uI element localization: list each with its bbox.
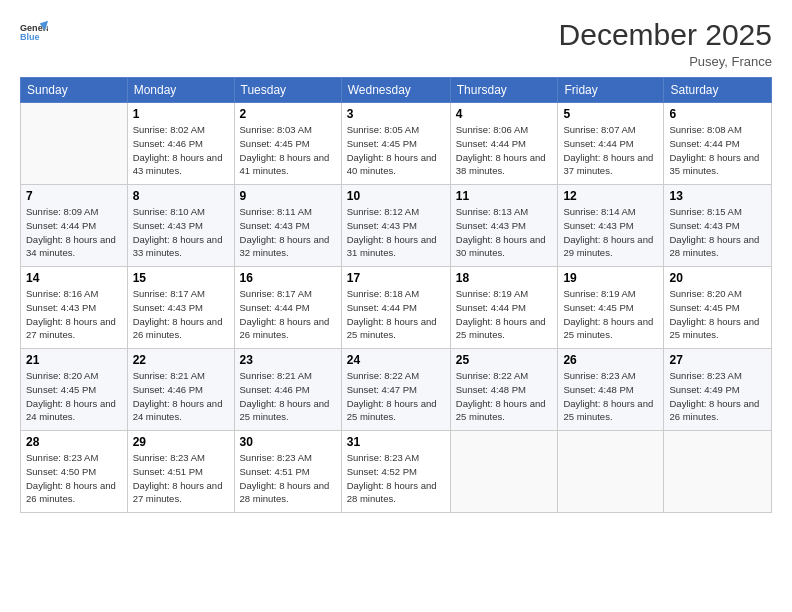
- calendar-table: Sunday Monday Tuesday Wednesday Thursday…: [20, 77, 772, 513]
- col-thursday: Thursday: [450, 78, 558, 103]
- day-info: Sunrise: 8:23 AMSunset: 4:52 PMDaylight:…: [347, 452, 437, 504]
- day-info: Sunrise: 8:22 AMSunset: 4:47 PMDaylight:…: [347, 370, 437, 422]
- day-info: Sunrise: 8:09 AMSunset: 4:44 PMDaylight:…: [26, 206, 116, 258]
- day-number: 7: [26, 189, 122, 203]
- table-row: 26 Sunrise: 8:23 AMSunset: 4:48 PMDaylig…: [558, 349, 664, 431]
- day-info: Sunrise: 8:05 AMSunset: 4:45 PMDaylight:…: [347, 124, 437, 176]
- table-row: 5 Sunrise: 8:07 AMSunset: 4:44 PMDayligh…: [558, 103, 664, 185]
- table-row: 11 Sunrise: 8:13 AMSunset: 4:43 PMDaylig…: [450, 185, 558, 267]
- day-number: 31: [347, 435, 445, 449]
- table-row: 23 Sunrise: 8:21 AMSunset: 4:46 PMDaylig…: [234, 349, 341, 431]
- col-monday: Monday: [127, 78, 234, 103]
- table-row: 4 Sunrise: 8:06 AMSunset: 4:44 PMDayligh…: [450, 103, 558, 185]
- table-row: 29 Sunrise: 8:23 AMSunset: 4:51 PMDaylig…: [127, 431, 234, 513]
- day-number: 18: [456, 271, 553, 285]
- day-info: Sunrise: 8:07 AMSunset: 4:44 PMDaylight:…: [563, 124, 653, 176]
- col-sunday: Sunday: [21, 78, 128, 103]
- table-row: 17 Sunrise: 8:18 AMSunset: 4:44 PMDaylig…: [341, 267, 450, 349]
- day-number: 6: [669, 107, 766, 121]
- table-row: 24 Sunrise: 8:22 AMSunset: 4:47 PMDaylig…: [341, 349, 450, 431]
- day-info: Sunrise: 8:11 AMSunset: 4:43 PMDaylight:…: [240, 206, 330, 258]
- day-info: Sunrise: 8:20 AMSunset: 4:45 PMDaylight:…: [26, 370, 116, 422]
- page: General Blue December 2025 Pusey, France…: [0, 0, 792, 612]
- table-row: 27 Sunrise: 8:23 AMSunset: 4:49 PMDaylig…: [664, 349, 772, 431]
- day-info: Sunrise: 8:16 AMSunset: 4:43 PMDaylight:…: [26, 288, 116, 340]
- day-info: Sunrise: 8:23 AMSunset: 4:50 PMDaylight:…: [26, 452, 116, 504]
- day-number: 13: [669, 189, 766, 203]
- table-row: 15 Sunrise: 8:17 AMSunset: 4:43 PMDaylig…: [127, 267, 234, 349]
- table-row: 6 Sunrise: 8:08 AMSunset: 4:44 PMDayligh…: [664, 103, 772, 185]
- day-number: 14: [26, 271, 122, 285]
- day-number: 2: [240, 107, 336, 121]
- day-info: Sunrise: 8:23 AMSunset: 4:48 PMDaylight:…: [563, 370, 653, 422]
- day-info: Sunrise: 8:20 AMSunset: 4:45 PMDaylight:…: [669, 288, 759, 340]
- day-number: 22: [133, 353, 229, 367]
- table-row: 30 Sunrise: 8:23 AMSunset: 4:51 PMDaylig…: [234, 431, 341, 513]
- day-info: Sunrise: 8:12 AMSunset: 4:43 PMDaylight:…: [347, 206, 437, 258]
- table-row: [21, 103, 128, 185]
- table-row: 31 Sunrise: 8:23 AMSunset: 4:52 PMDaylig…: [341, 431, 450, 513]
- table-row: 18 Sunrise: 8:19 AMSunset: 4:44 PMDaylig…: [450, 267, 558, 349]
- day-number: 28: [26, 435, 122, 449]
- day-number: 15: [133, 271, 229, 285]
- day-number: 10: [347, 189, 445, 203]
- day-info: Sunrise: 8:08 AMSunset: 4:44 PMDaylight:…: [669, 124, 759, 176]
- day-number: 19: [563, 271, 658, 285]
- table-row: 9 Sunrise: 8:11 AMSunset: 4:43 PMDayligh…: [234, 185, 341, 267]
- table-row: 10 Sunrise: 8:12 AMSunset: 4:43 PMDaylig…: [341, 185, 450, 267]
- day-number: 9: [240, 189, 336, 203]
- day-info: Sunrise: 8:03 AMSunset: 4:45 PMDaylight:…: [240, 124, 330, 176]
- table-row: [664, 431, 772, 513]
- table-row: [558, 431, 664, 513]
- table-row: 1 Sunrise: 8:02 AMSunset: 4:46 PMDayligh…: [127, 103, 234, 185]
- day-info: Sunrise: 8:06 AMSunset: 4:44 PMDaylight:…: [456, 124, 546, 176]
- table-row: 28 Sunrise: 8:23 AMSunset: 4:50 PMDaylig…: [21, 431, 128, 513]
- day-number: 5: [563, 107, 658, 121]
- table-row: 21 Sunrise: 8:20 AMSunset: 4:45 PMDaylig…: [21, 349, 128, 431]
- header: General Blue December 2025 Pusey, France: [20, 18, 772, 69]
- day-info: Sunrise: 8:15 AMSunset: 4:43 PMDaylight:…: [669, 206, 759, 258]
- day-info: Sunrise: 8:14 AMSunset: 4:43 PMDaylight:…: [563, 206, 653, 258]
- day-number: 23: [240, 353, 336, 367]
- day-number: 16: [240, 271, 336, 285]
- day-number: 17: [347, 271, 445, 285]
- day-info: Sunrise: 8:19 AMSunset: 4:45 PMDaylight:…: [563, 288, 653, 340]
- table-row: 7 Sunrise: 8:09 AMSunset: 4:44 PMDayligh…: [21, 185, 128, 267]
- day-info: Sunrise: 8:13 AMSunset: 4:43 PMDaylight:…: [456, 206, 546, 258]
- table-row: 12 Sunrise: 8:14 AMSunset: 4:43 PMDaylig…: [558, 185, 664, 267]
- day-number: 4: [456, 107, 553, 121]
- day-info: Sunrise: 8:10 AMSunset: 4:43 PMDaylight:…: [133, 206, 223, 258]
- day-info: Sunrise: 8:23 AMSunset: 4:51 PMDaylight:…: [240, 452, 330, 504]
- svg-text:Blue: Blue: [20, 32, 40, 42]
- day-number: 25: [456, 353, 553, 367]
- table-row: 16 Sunrise: 8:17 AMSunset: 4:44 PMDaylig…: [234, 267, 341, 349]
- day-info: Sunrise: 8:02 AMSunset: 4:46 PMDaylight:…: [133, 124, 223, 176]
- day-number: 1: [133, 107, 229, 121]
- location: Pusey, France: [559, 54, 772, 69]
- day-number: 30: [240, 435, 336, 449]
- table-row: 25 Sunrise: 8:22 AMSunset: 4:48 PMDaylig…: [450, 349, 558, 431]
- day-number: 26: [563, 353, 658, 367]
- title-block: December 2025 Pusey, France: [559, 18, 772, 69]
- day-number: 12: [563, 189, 658, 203]
- day-info: Sunrise: 8:18 AMSunset: 4:44 PMDaylight:…: [347, 288, 437, 340]
- day-info: Sunrise: 8:19 AMSunset: 4:44 PMDaylight:…: [456, 288, 546, 340]
- day-number: 20: [669, 271, 766, 285]
- col-tuesday: Tuesday: [234, 78, 341, 103]
- table-row: [450, 431, 558, 513]
- day-number: 27: [669, 353, 766, 367]
- col-wednesday: Wednesday: [341, 78, 450, 103]
- day-number: 21: [26, 353, 122, 367]
- table-row: 22 Sunrise: 8:21 AMSunset: 4:46 PMDaylig…: [127, 349, 234, 431]
- day-number: 11: [456, 189, 553, 203]
- table-row: 8 Sunrise: 8:10 AMSunset: 4:43 PMDayligh…: [127, 185, 234, 267]
- day-info: Sunrise: 8:17 AMSunset: 4:43 PMDaylight:…: [133, 288, 223, 340]
- day-number: 3: [347, 107, 445, 121]
- month-title: December 2025: [559, 18, 772, 52]
- col-friday: Friday: [558, 78, 664, 103]
- day-number: 29: [133, 435, 229, 449]
- day-info: Sunrise: 8:23 AMSunset: 4:49 PMDaylight:…: [669, 370, 759, 422]
- table-row: 2 Sunrise: 8:03 AMSunset: 4:45 PMDayligh…: [234, 103, 341, 185]
- day-number: 24: [347, 353, 445, 367]
- table-row: 13 Sunrise: 8:15 AMSunset: 4:43 PMDaylig…: [664, 185, 772, 267]
